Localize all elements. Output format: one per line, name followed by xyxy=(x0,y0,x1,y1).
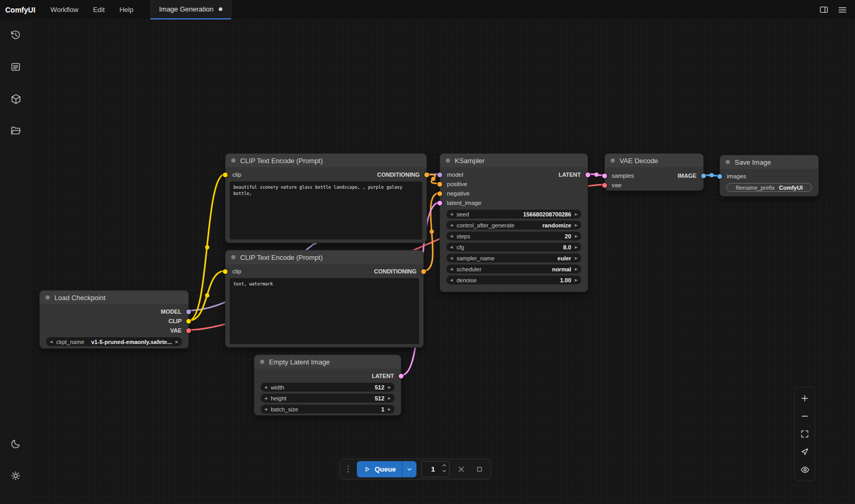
node-title-bar[interactable]: KSampler xyxy=(440,154,588,167)
node-collapse-dot[interactable] xyxy=(446,158,450,163)
increment-arrow-icon[interactable]: ▶ xyxy=(575,267,578,271)
fit-view-button[interactable] xyxy=(796,425,814,443)
queue-button[interactable]: Queue xyxy=(357,461,402,477)
queue-options-chevron[interactable] xyxy=(402,461,417,477)
widget-ckpt-name[interactable]: ◀ ckpt_name v1-5-pruned-emaonly.safete..… xyxy=(46,337,182,346)
link-midpoint-dot[interactable] xyxy=(205,245,209,249)
menu-help[interactable]: Help xyxy=(112,0,141,19)
node-title-bar[interactable]: Save Image xyxy=(720,155,818,169)
stepper-down-icon[interactable] xyxy=(442,469,447,473)
toggle-visibility-button[interactable] xyxy=(796,461,814,478)
increment-arrow-icon[interactable]: ▶ xyxy=(575,245,578,249)
panel-toggle-icon[interactable] xyxy=(815,2,832,18)
decrement-arrow-icon[interactable]: ◀ xyxy=(450,256,453,260)
increment-arrow-icon[interactable]: ▶ xyxy=(575,212,578,216)
node-collapse-dot[interactable] xyxy=(726,160,730,164)
tab-image-generation[interactable]: Image Generation xyxy=(150,0,231,19)
output-port-latent[interactable] xyxy=(399,374,403,379)
node-title-bar[interactable]: Empty Latent Image xyxy=(254,355,401,369)
node-ksampler[interactable]: KSampler model LATENT positive negative … xyxy=(440,153,588,292)
increment-arrow-icon[interactable]: ▶ xyxy=(575,234,578,238)
node-title-bar[interactable]: CLIP Text Encode (Prompt) xyxy=(226,154,426,167)
widget-width[interactable]: ◀ width 512 ▶ xyxy=(261,383,395,392)
decrement-arrow-icon[interactable]: ◀ xyxy=(264,385,267,389)
increment-arrow-icon[interactable]: ▶ xyxy=(388,407,391,411)
decrement-arrow-icon[interactable]: ◀ xyxy=(264,407,267,411)
menu-workflow[interactable]: Workflow xyxy=(43,0,86,19)
input-port-vae[interactable] xyxy=(602,183,607,188)
increment-arrow-icon[interactable]: ▶ xyxy=(575,256,578,260)
node-empty-latent-image[interactable]: Empty Latent Image LATENT ◀ width 512 ▶ … xyxy=(254,354,401,416)
input-port-negative[interactable] xyxy=(437,191,442,196)
widget-height[interactable]: ◀ height 512 ▶ xyxy=(261,394,395,403)
node-load-checkpoint[interactable]: Load Checkpoint MODEL CLIP VAE ◀ ckpt_na… xyxy=(39,290,189,349)
decrement-arrow-icon[interactable]: ◀ xyxy=(450,234,453,238)
increment-arrow-icon[interactable]: ▶ xyxy=(575,223,578,227)
select-mode-button[interactable] xyxy=(796,443,814,461)
link-midpoint-dot[interactable] xyxy=(710,173,714,177)
input-port-positive[interactable] xyxy=(437,182,442,187)
decrement-arrow-icon[interactable]: ◀ xyxy=(264,396,267,400)
prompt-text-area[interactable]: text, watermark xyxy=(230,278,419,344)
stepper-up-icon[interactable] xyxy=(442,463,447,467)
queue-icon[interactable] xyxy=(5,56,26,77)
cancel-run-button[interactable] xyxy=(454,462,468,476)
settings-gear-icon[interactable] xyxy=(5,465,26,486)
zoom-in-button[interactable] xyxy=(796,390,814,407)
increment-arrow-icon[interactable]: ▶ xyxy=(388,385,391,389)
widget-scheduler[interactable]: ◀ scheduler normal ▶ xyxy=(446,265,581,273)
drag-handle-icon[interactable]: ⋮ xyxy=(344,464,352,474)
decrement-arrow-icon[interactable]: ◀ xyxy=(450,245,453,249)
workflow-history-icon[interactable] xyxy=(5,25,26,45)
decrement-arrow-icon[interactable]: ◀ xyxy=(50,340,52,343)
decrement-arrow-icon[interactable]: ◀ xyxy=(450,267,453,271)
zoom-out-button[interactable] xyxy=(796,407,814,425)
link-midpoint-dot[interactable] xyxy=(205,293,209,297)
widget-steps[interactable]: ◀ steps 20 ▶ xyxy=(446,232,581,240)
node-collapse-dot[interactable] xyxy=(46,295,50,300)
output-port-image[interactable] xyxy=(701,174,706,178)
input-port-latent-image[interactable] xyxy=(437,201,442,205)
node-collapse-dot[interactable] xyxy=(611,158,615,163)
output-port-conditioning[interactable] xyxy=(421,269,426,274)
node-canvas[interactable]: Load Checkpoint MODEL CLIP VAE ◀ ckpt_na… xyxy=(31,19,855,504)
widget-sampler-name[interactable]: ◀ sampler_name euler ▶ xyxy=(446,254,581,262)
hamburger-menu-icon[interactable] xyxy=(834,2,851,18)
link-midpoint-dot[interactable] xyxy=(430,230,434,234)
increment-arrow-icon[interactable]: ▶ xyxy=(388,396,391,400)
menu-edit[interactable]: Edit xyxy=(86,0,112,19)
link-midpoint-dot[interactable] xyxy=(594,173,599,177)
node-vae-decode[interactable]: VAE Decode samples IMAGE vae xyxy=(604,153,704,191)
input-port-model[interactable] xyxy=(437,173,442,177)
link-midpoint-dot[interactable] xyxy=(431,177,435,181)
output-port-clip[interactable] xyxy=(186,319,191,324)
node-title-bar[interactable]: VAE Decode xyxy=(605,154,703,167)
widget-filename-prefix[interactable]: filename_prefix ComfyUI xyxy=(726,183,812,192)
input-port-clip[interactable] xyxy=(223,173,228,177)
output-port-model[interactable] xyxy=(186,310,191,314)
decrement-arrow-icon[interactable]: ◀ xyxy=(450,278,453,282)
node-collapse-dot[interactable] xyxy=(260,360,264,364)
output-port-conditioning[interactable] xyxy=(424,173,429,177)
batch-count-stepper[interactable]: 1 xyxy=(421,461,449,477)
output-port-latent[interactable] xyxy=(586,173,590,177)
input-port-images[interactable] xyxy=(717,174,722,179)
node-save-image[interactable]: Save Image images filename_prefix ComfyU… xyxy=(719,155,819,197)
output-port-vae[interactable] xyxy=(186,328,191,333)
stop-button[interactable] xyxy=(473,462,486,476)
node-title-bar[interactable]: Load Checkpoint xyxy=(40,291,188,304)
theme-toggle-moon-icon[interactable] xyxy=(5,433,26,454)
widget-cfg[interactable]: ◀ cfg 8.0 ▶ xyxy=(446,243,581,251)
decrement-arrow-icon[interactable]: ◀ xyxy=(450,212,453,216)
increment-arrow-icon[interactable]: ▶ xyxy=(176,340,178,343)
widget-control-after-generate[interactable]: ◀ control_after_generate randomize ▶ xyxy=(446,221,581,230)
increment-arrow-icon[interactable]: ▶ xyxy=(575,278,578,282)
node-collapse-dot[interactable] xyxy=(231,158,235,163)
widget-seed[interactable]: ◀ seed 156680208700286 ▶ xyxy=(446,210,581,219)
input-port-clip[interactable] xyxy=(223,269,228,274)
widget-denoise[interactable]: ◀ denoise 1.00 ▶ xyxy=(446,276,581,284)
node-collapse-dot[interactable] xyxy=(231,255,235,259)
workflows-folder-icon[interactable] xyxy=(5,120,26,141)
widget-batch-size[interactable]: ◀ batch_size 1 ▶ xyxy=(261,405,395,414)
node-clip-text-encode-negative[interactable]: CLIP Text Encode (Prompt) clip CONDITION… xyxy=(225,250,424,348)
